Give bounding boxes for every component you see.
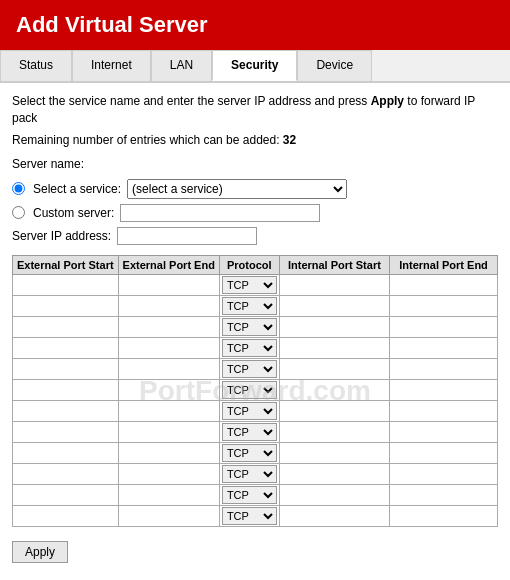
- int-port-end-input[interactable]: [392, 298, 495, 314]
- ext-port-start-input[interactable]: [15, 361, 116, 377]
- ext-port-start-input[interactable]: [15, 445, 116, 461]
- ext-port-start-input[interactable]: [15, 319, 116, 335]
- tab-security[interactable]: Security: [212, 50, 297, 81]
- table-row: TCPUDPBoth: [13, 274, 498, 295]
- ip-address-row: Server IP address:: [12, 227, 498, 245]
- ext-port-end-input[interactable]: [121, 487, 217, 503]
- table-row: TCPUDPBoth: [13, 337, 498, 358]
- protocol-select[interactable]: TCPUDPBoth: [222, 465, 277, 483]
- ext-port-end-input[interactable]: [121, 298, 217, 314]
- protocol-select[interactable]: TCPUDPBoth: [222, 276, 277, 294]
- ext-port-start-input[interactable]: [15, 466, 116, 482]
- ext-port-start-input[interactable]: [15, 508, 116, 524]
- tab-bar: StatusInternetLANSecurityDevice: [0, 50, 510, 83]
- remaining-entries: Remaining number of entries which can be…: [12, 133, 498, 147]
- main-content: Select the service name and enter the se…: [0, 83, 510, 573]
- ext-port-end-input[interactable]: [121, 277, 217, 293]
- int-port-start-input[interactable]: [282, 277, 387, 293]
- page-header: Add Virtual Server: [0, 0, 510, 50]
- int-port-start-input[interactable]: [282, 487, 387, 503]
- int-port-end-input[interactable]: [392, 445, 495, 461]
- tab-status[interactable]: Status: [0, 50, 72, 81]
- table-row: TCPUDPBoth: [13, 295, 498, 316]
- ext-port-start-input[interactable]: [15, 298, 116, 314]
- int-port-start-input[interactable]: [282, 508, 387, 524]
- table-row: TCPUDPBoth: [13, 358, 498, 379]
- int-port-start-input[interactable]: [282, 445, 387, 461]
- int-port-end-input[interactable]: [392, 277, 495, 293]
- int-port-end-input[interactable]: [392, 319, 495, 335]
- protocol-select[interactable]: TCPUDPBoth: [222, 318, 277, 336]
- ext-port-end-input[interactable]: [121, 319, 217, 335]
- table-row: TCPUDPBoth: [13, 505, 498, 526]
- int-port-end-input[interactable]: [392, 487, 495, 503]
- custom-server-label: Custom server:: [33, 206, 114, 220]
- table-row: TCPUDPBoth: [13, 463, 498, 484]
- protocol-select[interactable]: TCPUDPBoth: [222, 507, 277, 525]
- tab-lan[interactable]: LAN: [151, 50, 212, 81]
- protocol-select[interactable]: TCPUDPBoth: [222, 381, 277, 399]
- ext-port-end-input[interactable]: [121, 508, 217, 524]
- ext-port-end-input[interactable]: [121, 403, 217, 419]
- protocol-select[interactable]: TCPUDPBoth: [222, 360, 277, 378]
- protocol-select[interactable]: TCPUDPBoth: [222, 339, 277, 357]
- ext-port-end-input[interactable]: [121, 424, 217, 440]
- table-row: TCPUDPBoth: [13, 484, 498, 505]
- int-port-end-input[interactable]: [392, 403, 495, 419]
- ext-port-start-input[interactable]: [15, 403, 116, 419]
- tab-device[interactable]: Device: [297, 50, 372, 81]
- service-dropdown[interactable]: (select a service): [127, 179, 347, 199]
- ext-port-end-input[interactable]: [121, 361, 217, 377]
- description-text: Select the service name and enter the se…: [12, 93, 498, 127]
- select-service-label: Select a service:: [33, 182, 121, 196]
- table-row: TCPUDPBoth: [13, 400, 498, 421]
- int-port-end-input[interactable]: [392, 424, 495, 440]
- select-service-radio[interactable]: [12, 182, 25, 195]
- ext-port-start-input[interactable]: [15, 487, 116, 503]
- int-port-start-input[interactable]: [282, 340, 387, 356]
- ext-port-end-input[interactable]: [121, 466, 217, 482]
- col-header-protocol: Protocol: [219, 255, 279, 274]
- ext-port-end-input[interactable]: [121, 382, 217, 398]
- col-header-int-start: Internal Port Start: [279, 255, 389, 274]
- tab-internet[interactable]: Internet: [72, 50, 151, 81]
- table-row: TCPUDPBoth: [13, 316, 498, 337]
- int-port-end-input[interactable]: [392, 382, 495, 398]
- apply-button[interactable]: Apply: [12, 541, 68, 563]
- col-header-int-end: Internal Port End: [390, 255, 498, 274]
- protocol-select[interactable]: TCPUDPBoth: [222, 297, 277, 315]
- table-row: TCPUDPBoth: [13, 442, 498, 463]
- custom-server-input[interactable]: [120, 204, 320, 222]
- server-name-label: Server name:: [12, 157, 498, 171]
- ext-port-start-input[interactable]: [15, 382, 116, 398]
- int-port-end-input[interactable]: [392, 340, 495, 356]
- int-port-start-input[interactable]: [282, 382, 387, 398]
- protocol-select[interactable]: TCPUDPBoth: [222, 402, 277, 420]
- page-title: Add Virtual Server: [16, 12, 494, 38]
- int-port-end-input[interactable]: [392, 466, 495, 482]
- custom-server-row: Custom server:: [12, 204, 498, 222]
- col-header-ext-start: External Port Start: [13, 255, 119, 274]
- protocol-select[interactable]: TCPUDPBoth: [222, 444, 277, 462]
- server-ip-input[interactable]: [117, 227, 257, 245]
- int-port-start-input[interactable]: [282, 319, 387, 335]
- custom-server-radio[interactable]: [12, 206, 25, 219]
- ext-port-start-input[interactable]: [15, 277, 116, 293]
- table-row: TCPUDPBoth: [13, 421, 498, 442]
- col-header-ext-end: External Port End: [118, 255, 219, 274]
- protocol-select[interactable]: TCPUDPBoth: [222, 486, 277, 504]
- int-port-start-input[interactable]: [282, 403, 387, 419]
- int-port-start-input[interactable]: [282, 466, 387, 482]
- int-port-start-input[interactable]: [282, 298, 387, 314]
- ext-port-start-input[interactable]: [15, 340, 116, 356]
- protocol-select[interactable]: TCPUDPBoth: [222, 423, 277, 441]
- remaining-count: 32: [283, 133, 296, 147]
- int-port-start-input[interactable]: [282, 424, 387, 440]
- ext-port-end-input[interactable]: [121, 340, 217, 356]
- int-port-end-input[interactable]: [392, 508, 495, 524]
- int-port-end-input[interactable]: [392, 361, 495, 377]
- ext-port-start-input[interactable]: [15, 424, 116, 440]
- ext-port-end-input[interactable]: [121, 445, 217, 461]
- int-port-start-input[interactable]: [282, 361, 387, 377]
- port-table-wrapper: PortForward.com External Port Start Exte…: [12, 255, 498, 527]
